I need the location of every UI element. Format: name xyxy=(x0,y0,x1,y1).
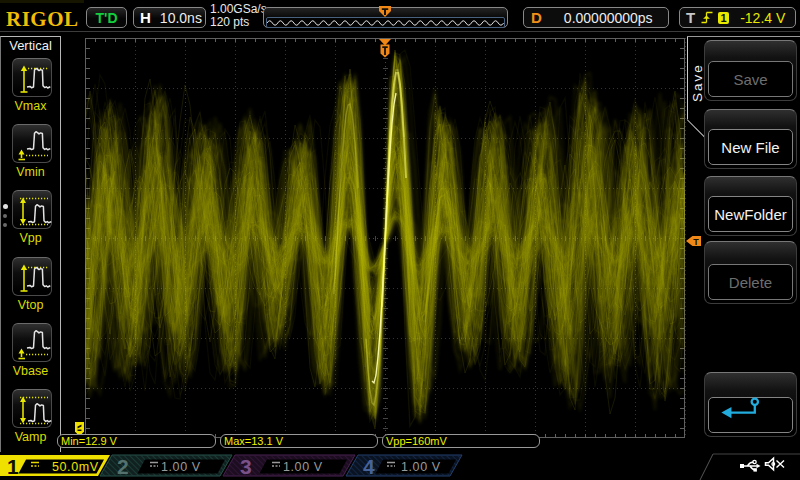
svg-text:4: 4 xyxy=(363,455,375,478)
svg-text:3: 3 xyxy=(240,455,252,478)
svg-text:1.00 V: 1.00 V xyxy=(401,460,441,474)
svg-text:1: 1 xyxy=(7,455,19,478)
svg-text:1.00 V: 1.00 V xyxy=(161,460,201,474)
svg-text:Save: Save xyxy=(690,63,705,102)
svg-text:2: 2 xyxy=(117,455,129,478)
svg-text:50.0mV: 50.0mV xyxy=(52,460,99,474)
svg-text:1.00 V: 1.00 V xyxy=(283,460,323,474)
svg-text:T: T xyxy=(693,237,699,247)
